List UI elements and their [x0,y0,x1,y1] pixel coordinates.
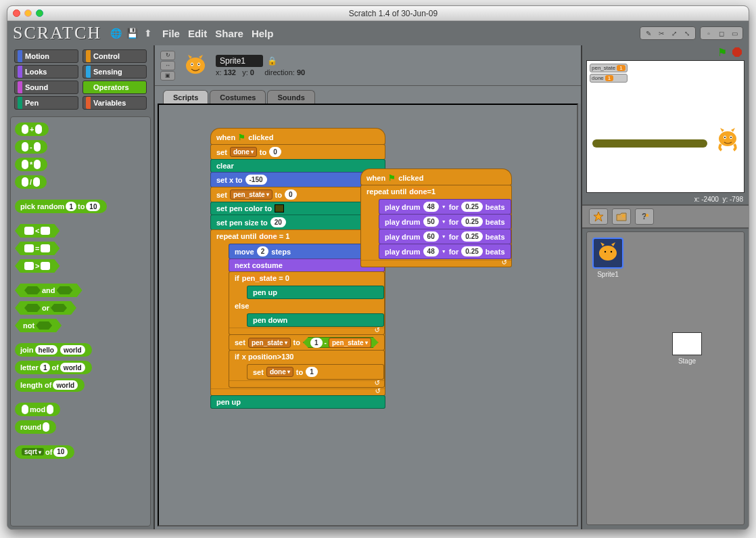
tab-costumes[interactable]: Costumes [210,90,266,104]
monitor-done[interactable]: done1 [590,74,628,83]
svg-point-8 [724,137,726,138]
script-canvas[interactable]: when⚑clicked setdoneto0 clear set x to-1… [158,104,578,526]
minimize-icon[interactable] [24,9,32,17]
hat-when-flag[interactable]: when⚑clicked [210,128,385,145]
cat-sensing[interactable]: Sensing [82,65,147,79]
paint-new-sprite-icon[interactable] [589,208,608,225]
monitor-pen-state[interactable]: pen_state1 [590,64,628,72]
svg-marker-10 [594,212,603,221]
script-stack-1[interactable]: when⚑clicked setdoneto0 clear set x to-1… [210,128,385,408]
blk-pen-size[interactable]: set pen size to20 [210,215,385,230]
cat-operators[interactable]: Operators [82,81,147,94]
op-gt[interactable]: > [15,259,60,273]
grow-icon[interactable]: ⤢ [669,28,680,38]
view-small-icon[interactable]: ▫ [703,28,714,38]
cut-icon[interactable]: ✂ [656,28,667,38]
blk-drum-1[interactable]: play drum50▼for0.25beats [379,214,511,229]
zoom-icon[interactable] [36,9,43,17]
view-normal-icon[interactable]: ◻ [716,28,727,38]
rotate-lr-icon[interactable]: ↔ [160,61,175,70]
menu-bar: File Edit Share Help [162,28,273,39]
op-times[interactable]: * [15,158,47,171]
blk-set-done-0[interactable]: setdoneto0 [210,144,385,160]
op-not[interactable]: not [15,319,62,332]
menu-file[interactable]: File [162,28,180,39]
sprite-list-item-stage[interactable]: Stage [636,332,738,365]
op-join[interactable]: joinhelloworld [15,343,92,357]
stamp-icon[interactable]: ✎ [643,28,654,38]
rotate-none-icon[interactable]: ▣ [160,71,175,81]
hat-when-flag-2[interactable]: when⚑clicked [360,169,512,185]
lang-icon[interactable]: 🌐 [110,27,122,39]
blk-set-x[interactable]: set x to-150 [210,172,385,187]
cat-pen[interactable]: Pen [14,96,78,110]
script-stack-2[interactable]: when⚑clicked repeat untildone=1 play dru… [360,169,512,267]
app-logo: SCRATCH [13,23,101,43]
cat-sound[interactable]: Sound [14,81,78,94]
svg-point-15 [605,251,606,252]
blk-set-penstate-0[interactable]: setpen_stateto0 [210,187,385,202]
color-swatch[interactable] [275,204,284,212]
svg-point-9 [730,137,732,138]
blk-pen-color[interactable]: set pen color to [210,202,385,215]
blk-set-penstate-toggle[interactable]: setpen_stateto1-pen_state [229,334,385,351]
go-flag-icon[interactable]: ⚑ [717,46,727,59]
blk-repeat-until[interactable]: repeat untildone = 1 move2steps next cos… [210,229,385,396]
op-sqrt[interactable]: sqrtof10 [15,445,74,459]
share-icon[interactable]: ⬆ [142,27,154,39]
choose-sprite-icon[interactable] [612,208,631,225]
sprite-list-item-sprite1[interactable]: Sprite1 [592,238,623,278]
sprite-name-field[interactable]: Sprite1 [216,55,263,67]
blk-set-done-1[interactable]: setdoneto1 [247,364,384,380]
category-grid: Motion Control Looks Sensing Sound Opera… [7,45,153,114]
blk-drum-3[interactable]: play drum48▼for0.25beats [379,244,511,259]
svg-point-5 [719,131,736,146]
op-letter[interactable]: letter1ofworld [15,361,92,374]
cat-motion[interactable]: Motion [14,49,78,63]
tab-sounds[interactable]: Sounds [267,90,314,104]
op-length[interactable]: length ofworld [15,378,85,392]
svg-point-16 [611,251,612,252]
op-round[interactable]: round [15,420,56,434]
blk-clear[interactable]: clear [210,159,385,173]
close-icon[interactable] [13,9,20,17]
menu-help[interactable]: Help [252,28,274,39]
cat-control[interactable]: Control [82,49,147,63]
blk-pen-up-end[interactable]: pen up [210,395,385,409]
blk-drum-0[interactable]: play drum48▼for0.25beats [379,199,511,215]
op-or[interactable]: or [15,301,76,315]
stop-icon[interactable] [732,47,742,57]
blk-if-else[interactable]: ifpen_state = 0 pen up else pen down [229,271,385,335]
sprite-on-stage[interactable] [714,125,741,155]
cat-variables[interactable]: Variables [82,96,147,110]
op-mod[interactable]: mod [15,403,60,416]
op-lt[interactable]: < [15,224,60,238]
menu-edit[interactable]: Edit [188,28,207,39]
blk-repeat-until-2[interactable]: repeat untildone=1 play drum48▼for0.25be… [360,185,512,267]
blk-drum-2[interactable]: play drum60▼for0.25beats [379,229,511,244]
op-plus[interactable]: + [15,122,49,136]
op-random[interactable]: pick random1to10 [15,200,107,213]
surprise-sprite-icon[interactable]: ? [635,208,654,225]
op-div[interactable]: / [15,175,47,189]
op-eq[interactable]: = [15,242,60,255]
save-icon[interactable]: 💾 [126,27,138,39]
block-palette: + - * / pick random1to10 < = > and or no… [10,116,151,526]
lock-icon[interactable]: 🔒 [267,56,277,66]
tab-scripts[interactable]: Scripts [163,90,208,104]
cat-looks[interactable]: Looks [14,65,78,79]
flag-icon: ⚑ [388,173,396,183]
shrink-icon[interactable]: ⤡ [682,28,692,38]
blk-pen-down[interactable]: pen down [247,313,384,327]
view-present-icon[interactable]: ▭ [729,28,740,38]
view-modes: ▫ ◻ ▭ [700,26,743,40]
rotate-free-icon[interactable]: ↻ [160,51,175,60]
menu-share[interactable]: Share [215,28,243,39]
op-minus[interactable]: - [15,140,47,154]
cat-icon [182,52,209,79]
blk-pen-up[interactable]: pen up [247,286,384,299]
blk-if-xpos[interactable]: ifx position>130 setdoneto1 [229,350,385,388]
op-and[interactable]: and [15,284,82,297]
flag-icon: ⚑ [238,133,245,142]
stage[interactable]: pen_state1 done1 [586,60,745,193]
